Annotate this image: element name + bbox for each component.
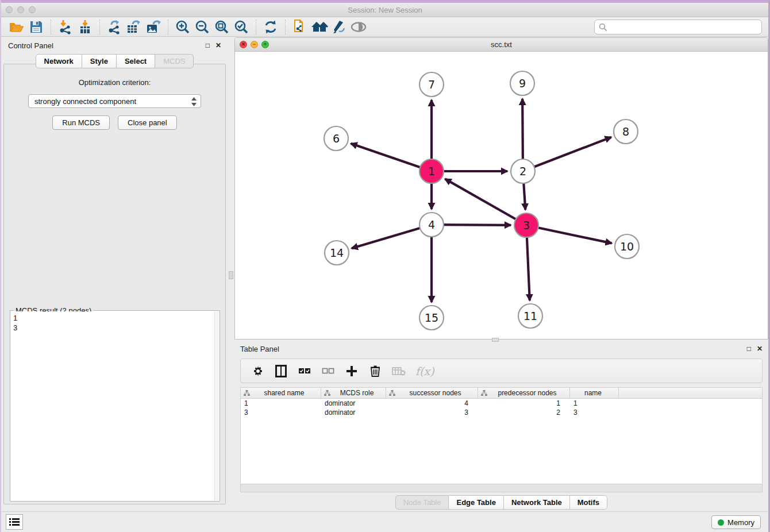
graph-node-11[interactable]: 11 xyxy=(518,304,542,328)
tab-edge-table[interactable]: Edge Table xyxy=(449,495,503,510)
graph-node-14[interactable]: 14 xyxy=(325,241,349,265)
network-view-window: ✕ − + scc.txt 7968124314101511 xyxy=(234,37,768,340)
edge-3-1[interactable] xyxy=(445,179,526,225)
apply-style-button[interactable] xyxy=(329,18,349,36)
select-all-button[interactable] xyxy=(298,364,311,378)
application-window: Session: New Session xyxy=(0,0,770,532)
column-header-MCDS-role[interactable]: MCDS role xyxy=(321,388,386,398)
tab-select[interactable]: Select xyxy=(117,54,155,68)
run-mcds-button[interactable]: Run MCDS xyxy=(52,115,110,130)
network-graph-canvas[interactable]: 7968124314101511 xyxy=(235,52,768,340)
save-floppy-icon xyxy=(30,21,43,33)
graph-node-7[interactable]: 7 xyxy=(419,72,444,97)
graph-node-3[interactable]: 3 xyxy=(514,213,538,237)
open-file-button[interactable] xyxy=(7,18,26,36)
node-label: 7 xyxy=(428,78,435,91)
export-image-button[interactable] xyxy=(144,18,163,36)
title-bar: Session: New Session xyxy=(0,3,770,17)
zoom-out-button[interactable] xyxy=(192,18,212,36)
delete-column-button[interactable] xyxy=(368,364,382,378)
panel-columns-button[interactable] xyxy=(274,364,288,378)
clone-network-button[interactable] xyxy=(290,18,310,36)
tab-network-table[interactable]: Network Table xyxy=(504,495,570,510)
float-table-panel-icon[interactable]: □ xyxy=(747,345,751,352)
column-header-name[interactable]: name xyxy=(570,388,619,398)
graph-node-4[interactable]: 4 xyxy=(419,213,444,237)
tab-node-table[interactable]: Node Table xyxy=(395,495,449,510)
edge-3-10[interactable] xyxy=(526,225,612,243)
cell-shared-name: 3 xyxy=(241,408,321,417)
cell-MCDS-role: dominator xyxy=(321,399,386,408)
edge-2-8[interactable] xyxy=(523,137,611,171)
tab-style[interactable]: Style xyxy=(82,54,117,68)
show-hide-panel-button[interactable] xyxy=(349,18,368,36)
add-column-button[interactable] xyxy=(345,364,359,378)
zoom-in-button[interactable] xyxy=(173,18,192,36)
node-label: 4 xyxy=(428,218,435,231)
graph-node-2[interactable]: 2 xyxy=(511,159,535,183)
memory-button[interactable]: Memory xyxy=(711,515,761,529)
search-input[interactable] xyxy=(607,20,761,34)
graph-node-6[interactable]: 6 xyxy=(324,126,348,151)
export-table-button[interactable] xyxy=(124,18,144,36)
cell-predecessor-nodes: 2 xyxy=(478,408,570,417)
save-session-button[interactable] xyxy=(26,18,46,36)
column-header-successor-nodes[interactable]: successor nodes xyxy=(386,388,478,398)
graph-node-8[interactable]: 8 xyxy=(614,119,638,144)
mcds-result-text[interactable]: 1 3 xyxy=(11,311,214,500)
show-all-networks-button[interactable] xyxy=(310,18,329,36)
network-window-titlebar[interactable]: ✕ − + scc.txt xyxy=(235,38,768,52)
table-header-row: shared nameMCDS rolesuccessor nodesprede… xyxy=(241,388,762,399)
node-label: 14 xyxy=(330,246,344,259)
search-box[interactable] xyxy=(594,20,762,34)
task-history-button[interactable] xyxy=(6,514,23,530)
node-label: 1 xyxy=(428,165,435,178)
checked-boxes-icon xyxy=(298,367,311,375)
node-label: 11 xyxy=(523,310,537,322)
table-row[interactable]: 3dominator323 xyxy=(241,408,762,417)
graph-node-9[interactable]: 9 xyxy=(510,71,534,95)
close-panel-icon[interactable]: ✕ xyxy=(215,42,221,49)
column-header-shared-name[interactable]: shared name xyxy=(241,388,321,398)
export-network-icon xyxy=(107,20,122,34)
node-table: shared nameMCDS rolesuccessor nodesprede… xyxy=(240,387,763,484)
close-table-panel-icon[interactable]: ✕ xyxy=(757,345,763,352)
toolbar-separator xyxy=(51,20,51,34)
refresh-button[interactable] xyxy=(261,18,280,36)
column-header-predecessor-nodes[interactable]: predecessor nodes xyxy=(478,388,570,398)
window-accent-left xyxy=(0,0,1,532)
export-network-button[interactable] xyxy=(105,18,124,36)
import-table-button[interactable] xyxy=(75,18,95,36)
graph-node-10[interactable]: 10 xyxy=(615,234,639,259)
table-row[interactable]: 1dominator411 xyxy=(241,399,762,408)
result-scrollbar[interactable] xyxy=(214,311,219,500)
zoom-selected-button[interactable] xyxy=(232,18,251,36)
float-panel-icon[interactable]: □ xyxy=(206,42,210,49)
memory-label: Memory xyxy=(727,518,754,527)
fit-content-icon xyxy=(214,20,229,34)
function-builder-button[interactable]: f(x) xyxy=(415,364,434,378)
mcds-result-group: MCDS result (2 nodes) MCDS result (2 nod… xyxy=(10,310,220,502)
close-panel-button[interactable]: Close panel xyxy=(118,115,177,130)
delete-table-button[interactable] xyxy=(392,364,406,378)
deselect-all-button[interactable] xyxy=(321,364,335,378)
tab-motifs[interactable]: Motifs xyxy=(570,495,607,510)
open-folder-icon xyxy=(9,21,24,33)
cell-predecessor-nodes: 1 xyxy=(478,399,570,408)
tab-mcds[interactable]: MCDS xyxy=(155,54,194,68)
fit-content-button[interactable] xyxy=(212,18,232,36)
table-settings-button[interactable] xyxy=(251,364,264,378)
export-image-icon xyxy=(145,20,161,34)
horizontal-divider-grip[interactable] xyxy=(492,338,499,342)
divider-grip[interactable] xyxy=(229,271,233,279)
graph-node-15[interactable]: 15 xyxy=(419,306,444,330)
edge-1-6[interactable] xyxy=(351,144,432,171)
optimization-criterion-dropdown[interactable]: strongly connected component xyxy=(28,94,201,108)
unchecked-boxes-icon xyxy=(322,367,334,375)
fx-icon: f(x) xyxy=(415,365,434,377)
graph-node-1[interactable]: 1 xyxy=(419,159,444,183)
import-network-button[interactable] xyxy=(56,18,75,36)
tab-network[interactable]: Network xyxy=(36,54,82,68)
window-title: Session: New Session xyxy=(0,6,770,14)
dropdown-stepper-icon xyxy=(191,97,197,107)
